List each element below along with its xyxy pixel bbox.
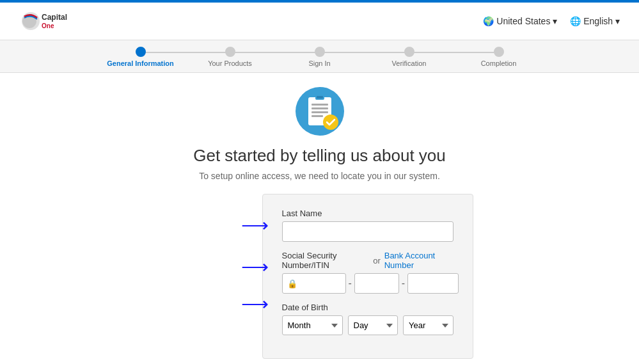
progress-step-3: Verification (365, 47, 454, 67)
region-label: United States (496, 16, 550, 26)
lock-icon: 🔒 (287, 279, 297, 289)
flag-icon: 🌍 (483, 16, 494, 26)
step-dot-3 (404, 47, 414, 57)
progress-step-1: Your Products (185, 47, 275, 67)
globe-icon: 🌐 (570, 16, 581, 26)
step-dot-4 (494, 47, 504, 57)
region-selector[interactable]: 🌍 United States ▾ (483, 16, 557, 26)
step-label-2: Sign In (308, 59, 330, 67)
day-select[interactable]: Day1234567891011121314151617181920212223… (348, 315, 398, 335)
step-dot-2 (315, 47, 325, 57)
dob-group: Date of Birth MonthJanuaryFebruaryMarchA… (282, 303, 454, 335)
language-selector[interactable]: 🌐 English ▾ (570, 16, 620, 26)
main-content: Get started by telling us about you To s… (0, 73, 639, 364)
step-label-3: Verification (392, 59, 427, 67)
arrow-2: ⟶ (241, 255, 269, 278)
year-select[interactable]: Year202420232022201020001990198019701960… (403, 315, 454, 335)
step-dot-1 (225, 47, 235, 57)
ssn-label-row: Social Security Number/ITIN or Bank Acco… (282, 251, 454, 270)
svg-text:One: One (42, 22, 54, 29)
arrows-col: ⟶ ⟶ ⟶ (166, 194, 269, 322)
ssn-field2[interactable] (354, 273, 399, 294)
ssn-or: or (373, 256, 381, 265)
logo-img-area: Capital One (19, 9, 96, 33)
progress-step-0: General Information (96, 47, 185, 67)
arrow-1: ⟶ (241, 214, 269, 236)
hero-icon (294, 86, 345, 137)
progress-step-4: Completion (454, 47, 544, 67)
ssn-wrap1: 🔒 (282, 273, 346, 294)
step-label-0: General Information (107, 59, 174, 67)
last-name-group: Last Name (282, 209, 454, 242)
page-subtitle: To setup online access, we need to locat… (199, 171, 440, 181)
step-label-4: Completion (481, 59, 517, 67)
svg-rect-8 (312, 111, 328, 113)
form-area-wrapper: ⟶ ⟶ ⟶ Last Name Social Security Number/I… (166, 194, 473, 364)
page-wrapper: Capital One 🌍 United States ▾ 🌐 English … (0, 0, 639, 364)
ssn-label: Social Security Number/ITIN (282, 251, 370, 270)
header-nav: 🌍 United States ▾ 🌐 English ▾ (483, 16, 620, 26)
page-title: Get started by telling us about you (193, 146, 446, 166)
arrow-3: ⟶ (241, 292, 269, 315)
logo-container: Capital One (19, 9, 96, 33)
ssn-sep1: - (349, 278, 352, 289)
month-select[interactable]: MonthJanuaryFebruaryMarchAprilMayJuneJul… (282, 315, 343, 335)
ssn-group: Social Security Number/ITIN or Bank Acco… (282, 251, 454, 294)
region-chevron: ▾ (553, 16, 557, 26)
svg-text:Capital: Capital (42, 13, 67, 22)
svg-rect-9 (312, 115, 323, 117)
language-label: English (583, 16, 613, 26)
date-row: MonthJanuaryFebruaryMarchAprilMayJuneJul… (282, 315, 454, 335)
progress-steps: General Information Your Products Sign I… (96, 47, 544, 67)
ssn-bank-link[interactable]: Bank Account Number (384, 251, 454, 270)
last-name-label: Last Name (282, 209, 454, 218)
progress-bar: General Information Your Products Sign I… (0, 40, 639, 73)
progress-step-2: Sign In (275, 47, 365, 67)
ssn-field3[interactable] (407, 273, 459, 294)
last-name-input[interactable] (282, 221, 454, 242)
form-card: Last Name Social Security Number/ITIN or… (262, 194, 473, 359)
ssn-row: 🔒 - - (282, 273, 454, 294)
header: Capital One 🌍 United States ▾ 🌐 English … (0, 3, 639, 40)
svg-rect-6 (312, 104, 328, 106)
svg-point-12 (323, 115, 338, 130)
step-label-1: Your Products (208, 59, 252, 67)
svg-rect-11 (317, 96, 323, 99)
svg-rect-7 (312, 107, 328, 109)
capital-one-logo: Capital One (19, 9, 96, 33)
dob-label: Date of Birth (282, 303, 454, 312)
step-dot-0 (136, 47, 146, 57)
language-chevron: ▾ (615, 16, 620, 26)
ssn-sep2: - (402, 278, 405, 289)
